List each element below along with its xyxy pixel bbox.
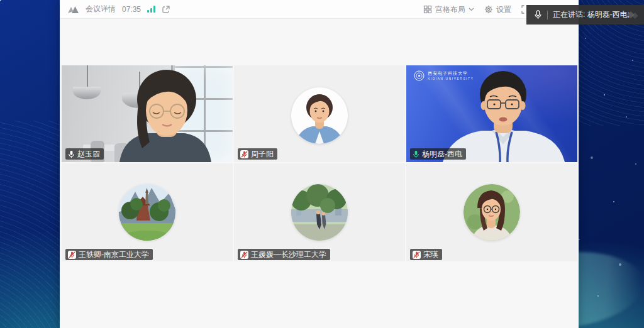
participant-name-tag: 周子阳 bbox=[238, 148, 277, 160]
participant-tile-yangminglei[interactable]: 西安电子科技大学 XIDIAN UNIVERSITY bbox=[406, 65, 577, 162]
app-logo-icon bbox=[67, 5, 79, 14]
participant-tile-zhouziyang[interactable]: 周子阳 bbox=[234, 65, 405, 162]
active-speaker-banner: 正在讲话: 杨明磊-西电; bbox=[526, 5, 644, 25]
meeting-window: 会议详情 07:35 宫格布局 bbox=[60, 0, 579, 328]
wallpaper-stars bbox=[0, 0, 1, 1]
participant-name-tag: 杨明磊-西电 bbox=[410, 148, 466, 160]
layout-selector-label: 宫格布局 bbox=[435, 4, 465, 15]
mic-muted-icon bbox=[240, 150, 248, 158]
avatar-landscape-photo bbox=[119, 184, 175, 241]
avatar bbox=[291, 184, 348, 241]
mic-on-icon bbox=[68, 150, 75, 158]
participant-tile-songying[interactable]: 宋瑛 bbox=[406, 163, 577, 261]
avatar-park-photo bbox=[291, 184, 348, 241]
speaking-name: 杨明磊-西电; bbox=[587, 9, 630, 20]
participant-name: 周子阳 bbox=[251, 149, 274, 160]
settings-button[interactable]: 设置 bbox=[484, 4, 511, 15]
participant-name-tag: 王轶卿-南京工业大学 bbox=[65, 249, 153, 260]
participant-tile-wangyuanyuan[interactable]: 王媛媛—长沙理工大学 bbox=[234, 163, 405, 261]
participant-name: 赵玉霞 bbox=[77, 149, 100, 160]
participant-video-person bbox=[62, 65, 233, 162]
participant-name: 王媛媛—长沙理工大学 bbox=[251, 249, 326, 260]
university-logo: 西安电子科技大学 XIDIAN UNIVERSITY bbox=[414, 70, 474, 81]
mic-icon bbox=[534, 10, 542, 19]
participant-name-tag: 宋瑛 bbox=[410, 249, 442, 260]
avatar bbox=[291, 87, 348, 144]
participant-name-tag: 赵玉霞 bbox=[65, 148, 104, 160]
university-emblem-icon bbox=[414, 70, 425, 81]
meeting-header: 会议详情 07:35 宫格布局 bbox=[60, 0, 579, 19]
participant-name: 杨明磊-西电 bbox=[422, 149, 462, 160]
banner-divider bbox=[547, 11, 548, 19]
university-name-en: XIDIAN UNIVERSITY bbox=[428, 77, 474, 80]
participant-tile-wangyiqing[interactable]: 王轶卿-南京工业大学 bbox=[62, 163, 233, 261]
speaking-prefix: 正在讲话: bbox=[553, 9, 585, 20]
grid-layout-icon bbox=[423, 5, 432, 14]
xidian-virtual-background: 西安电子科技大学 XIDIAN UNIVERSITY bbox=[406, 65, 577, 162]
mic-muted-icon bbox=[240, 251, 248, 259]
avatar bbox=[464, 184, 520, 241]
brand-watermark-icon bbox=[626, 10, 640, 20]
gear-icon bbox=[484, 5, 493, 14]
office-virtual-background bbox=[62, 65, 233, 162]
settings-label: 设置 bbox=[496, 4, 511, 15]
mic-muted-icon bbox=[413, 251, 421, 259]
share-screen-icon[interactable] bbox=[162, 5, 170, 14]
participant-name: 王轶卿-南京工业大学 bbox=[79, 249, 149, 260]
meeting-details-link[interactable]: 会议详情 bbox=[86, 4, 116, 14]
avatar-portrait-woman-glasses bbox=[464, 184, 520, 241]
university-name-cn: 西安电子科技大学 bbox=[428, 71, 474, 77]
participant-name: 宋瑛 bbox=[423, 249, 438, 260]
mic-speaking-icon bbox=[413, 150, 419, 158]
avatar-portrait-woman bbox=[291, 87, 348, 144]
meeting-timer: 07:35 bbox=[122, 5, 141, 14]
chevron-down-icon bbox=[469, 8, 474, 11]
participant-tile-zhaoyuxia[interactable]: 赵玉霞 bbox=[62, 65, 233, 162]
mic-muted-icon bbox=[68, 251, 76, 259]
avatar bbox=[119, 184, 175, 241]
layout-selector[interactable]: 宫格布局 bbox=[423, 4, 474, 15]
network-signal-icon bbox=[147, 6, 155, 13]
participant-name-tag: 王媛媛—长沙理工大学 bbox=[238, 249, 330, 260]
